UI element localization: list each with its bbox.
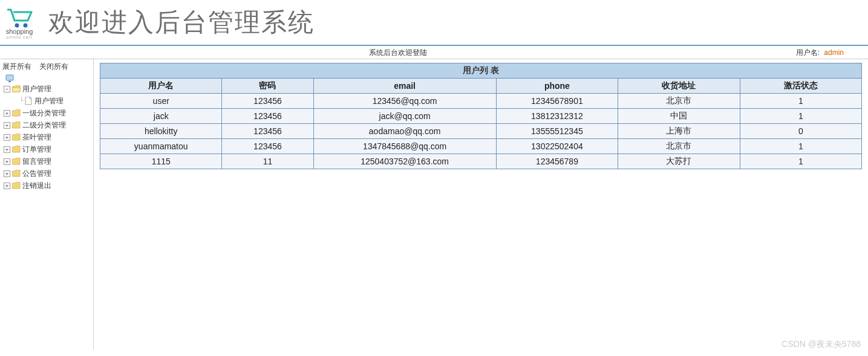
table-cell: 0 bbox=[740, 124, 861, 139]
username: admin bbox=[824, 48, 844, 57]
welcome-text: 系统后台欢迎登陆 bbox=[0, 46, 796, 59]
table-cell: 大苏打 bbox=[618, 154, 740, 169]
table-row: yuanmamatou1234561347845688@qq.com130225… bbox=[100, 139, 862, 154]
tree-node[interactable]: −用户管理 bbox=[1, 83, 92, 95]
tree-node[interactable]: +留言管理 bbox=[1, 155, 92, 167]
table-cell: 13812312312 bbox=[496, 109, 618, 124]
table-header-cell: email bbox=[313, 79, 496, 94]
table-cell: 1 bbox=[740, 139, 861, 154]
table-cell: 123456 bbox=[222, 139, 313, 154]
expand-icon[interactable]: + bbox=[4, 170, 10, 177]
table-row: 1115111250403752@163.com123456789大苏打1 bbox=[100, 154, 862, 169]
user-label: 用户名: bbox=[796, 48, 820, 57]
table-cell: jack bbox=[100, 109, 222, 124]
tree-node-label[interactable]: 公告管理 bbox=[22, 167, 51, 180]
expand-icon[interactable]: + bbox=[4, 134, 10, 141]
svg-point-1 bbox=[24, 23, 28, 27]
top-bar: 系统后台欢迎登陆 用户名: admin bbox=[0, 46, 868, 59]
table-header-row: 用户名密码emailphone收货地址激活状态 bbox=[100, 79, 862, 94]
tree-node-label[interactable]: 用户管理 bbox=[22, 83, 51, 95]
expand-all-link[interactable]: 展开所有 bbox=[2, 62, 31, 71]
svg-rect-2 bbox=[6, 75, 13, 80]
table-cell: aodamao@qq.com bbox=[313, 124, 496, 139]
tree-node-label[interactable]: 茶叶管理 bbox=[22, 131, 51, 143]
table-header-cell: 密码 bbox=[222, 79, 313, 94]
table-header-cell: phone bbox=[496, 79, 618, 94]
table-cell: yuanmamatou bbox=[100, 139, 222, 154]
tree-node-label[interactable]: 订单管理 bbox=[22, 143, 51, 155]
table-row: jack123456jack@qq.com13812312312中国1 bbox=[100, 109, 862, 124]
table-cell: 123456789 bbox=[496, 154, 618, 169]
table-header-cell: 用户名 bbox=[100, 79, 222, 94]
table-cell: 上海市 bbox=[618, 124, 740, 139]
table-cell: 11 bbox=[222, 154, 313, 169]
tree-controls: 展开所有 关闭所有 bbox=[1, 62, 92, 72]
cart-icon bbox=[5, 6, 34, 29]
table-cell: user bbox=[100, 94, 222, 109]
expand-icon[interactable]: + bbox=[4, 146, 10, 153]
table-row: user123456123456@qq.com12345678901北京市1 bbox=[100, 94, 862, 109]
page-title: 欢迎进入后台管理系统 bbox=[48, 5, 315, 39]
tree-child-node[interactable]: └用户管理 bbox=[1, 95, 92, 107]
user-table: 用户列 表 用户名密码emailphone收货地址激活状态 user123456… bbox=[100, 63, 862, 169]
tree-node-label[interactable]: 留言管理 bbox=[22, 155, 51, 167]
table-cell: 1 bbox=[740, 109, 861, 124]
tree-node-label[interactable]: 注销退出 bbox=[22, 180, 51, 192]
logo-sublabel: online cart bbox=[6, 35, 32, 39]
table-cell: 123456@qq.com bbox=[313, 94, 496, 109]
tree-node[interactable]: +订单管理 bbox=[1, 143, 92, 155]
table-caption: 用户列 表 bbox=[100, 63, 862, 78]
header: shopping online cart 欢迎进入后台管理系统 bbox=[0, 0, 868, 46]
table-header-cell: 收货地址 bbox=[618, 79, 740, 94]
table-cell: 13022502404 bbox=[496, 139, 618, 154]
table-cell: 123456 bbox=[222, 94, 313, 109]
table-cell: 1347845688@qq.com bbox=[313, 139, 496, 154]
table-cell: 北京市 bbox=[618, 94, 740, 109]
expand-icon[interactable]: + bbox=[4, 158, 10, 165]
sidebar: 展开所有 关闭所有 −用户管理└用户管理+一级分类管理+二级分类管理+茶叶管理+… bbox=[0, 59, 94, 349]
svg-point-0 bbox=[15, 23, 19, 27]
tree-node[interactable]: +注销退出 bbox=[1, 180, 92, 192]
table-cell: 123456 bbox=[222, 109, 313, 124]
expand-icon[interactable]: + bbox=[4, 122, 10, 129]
table-cell: 123456 bbox=[222, 124, 313, 139]
collapse-icon[interactable]: − bbox=[4, 86, 10, 92]
table-cell: 1250403752@163.com bbox=[313, 154, 496, 169]
table-cell: 1 bbox=[740, 94, 861, 109]
tree-node-label[interactable]: 二级分类管理 bbox=[22, 119, 66, 131]
expand-icon[interactable]: + bbox=[4, 183, 10, 189]
table-cell: 1115 bbox=[100, 154, 222, 169]
table-header-cell: 激活状态 bbox=[740, 79, 861, 94]
table-cell: hellokitty bbox=[100, 124, 222, 139]
nav-tree: −用户管理└用户管理+一级分类管理+二级分类管理+茶叶管理+订单管理+留言管理+… bbox=[1, 74, 92, 192]
tree-node[interactable]: +茶叶管理 bbox=[1, 131, 92, 143]
table-cell: jack@qq.com bbox=[313, 109, 496, 124]
table-row: hellokitty123456aodamao@qq.com1355551234… bbox=[100, 124, 862, 139]
current-user: 用户名: admin bbox=[796, 46, 868, 59]
logo: shopping online cart bbox=[5, 6, 34, 39]
table-cell: 中国 bbox=[618, 109, 740, 124]
expand-icon[interactable]: + bbox=[4, 110, 10, 117]
tree-node[interactable]: +公告管理 bbox=[1, 167, 92, 180]
table-body: user123456123456@qq.com12345678901北京市1ja… bbox=[100, 94, 862, 169]
tree-node[interactable]: +二级分类管理 bbox=[1, 119, 92, 131]
table-cell: 1 bbox=[740, 154, 861, 169]
logo-label: shopping bbox=[6, 28, 33, 35]
tree-node-label[interactable]: 一级分类管理 bbox=[22, 107, 66, 119]
content: 用户列 表 用户名密码emailphone收货地址激活状态 user123456… bbox=[94, 59, 868, 349]
tree-node[interactable]: +一级分类管理 bbox=[1, 107, 92, 119]
table-cell: 北京市 bbox=[618, 139, 740, 154]
svg-rect-3 bbox=[8, 81, 11, 82]
collapse-all-link[interactable]: 关闭所有 bbox=[39, 62, 68, 71]
tree-node-label[interactable]: 用户管理 bbox=[34, 95, 64, 107]
table-cell: 12345678901 bbox=[496, 94, 618, 109]
table-cell: 13555512345 bbox=[496, 124, 618, 139]
